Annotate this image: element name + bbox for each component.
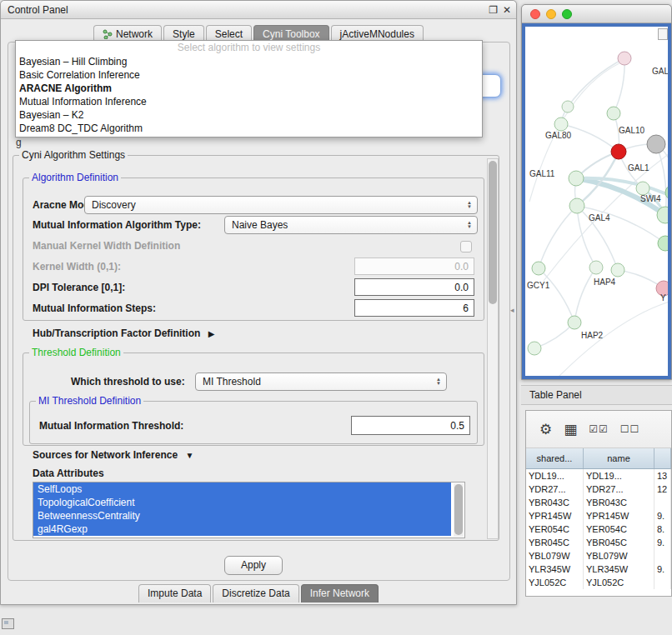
dropdown-item[interactable]: ARACNE Algorithm (16, 82, 482, 95)
network-node[interactable] (607, 107, 620, 120)
network-node[interactable] (589, 261, 603, 274)
dropdown-item[interactable]: Basic Correlation Inference (16, 68, 482, 82)
table-cell[interactable]: YER054C (526, 522, 584, 536)
tab-infer-network[interactable]: Infer Network (301, 584, 379, 602)
zoom-traffic-light[interactable] (562, 9, 572, 19)
minimize-traffic-light[interactable] (546, 9, 556, 19)
table-row[interactable]: YDR27...YDR27...12 (526, 482, 671, 496)
scrollbar-thumb[interactable] (489, 161, 497, 304)
close-icon[interactable]: ✕ (503, 5, 511, 15)
manual-kernel-checkbox[interactable] (460, 241, 472, 252)
select-all-icon[interactable]: ☑☑ (589, 424, 609, 434)
table-cell[interactable]: 13 (654, 469, 671, 483)
column-header[interactable]: shared... (526, 448, 584, 469)
attributes-scrollbar[interactable] (454, 483, 464, 537)
table-cell[interactable]: YDR27... (584, 482, 654, 496)
network-node[interactable] (611, 144, 626, 159)
apply-button[interactable]: Apply (224, 556, 283, 575)
mi-steps-field[interactable] (354, 299, 474, 317)
network-edge[interactable] (574, 268, 596, 322)
network-node[interactable] (618, 52, 631, 65)
table-row[interactable]: YBR045CYBR045C9. (526, 536, 671, 549)
table-cell[interactable]: YER054C (584, 522, 654, 536)
aracne-mode-select[interactable]: Discovery ▲▼ (84, 196, 478, 214)
dpi-tolerance-field[interactable] (354, 278, 474, 296)
network-edge[interactable] (614, 58, 624, 113)
table-cell[interactable] (654, 576, 671, 589)
table-cell[interactable]: YBR045C (584, 536, 654, 549)
table-row[interactable]: YJL052CYJL052C (526, 576, 671, 589)
columns-icon[interactable]: ▦ (564, 422, 577, 437)
float-window-icon[interactable]: ❐ (489, 5, 498, 15)
dropdown-item[interactable]: Bayesian – K2 (16, 108, 482, 122)
network-node[interactable] (568, 316, 581, 329)
network-node[interactable] (636, 182, 649, 195)
table-cell[interactable]: YJL052C (526, 576, 584, 589)
table-row[interactable]: YBR043CYBR043C (526, 496, 671, 509)
table-cell[interactable]: YDL19... (584, 469, 654, 483)
settings-scrollbar[interactable] (487, 158, 499, 539)
column-header[interactable] (654, 448, 671, 469)
table-cell[interactable] (654, 549, 671, 562)
table-cell[interactable]: 9. (654, 509, 671, 522)
table-cell[interactable] (654, 496, 671, 509)
network-node[interactable] (554, 118, 568, 131)
kernel-width-field[interactable] (354, 258, 474, 275)
network-node[interactable] (562, 101, 574, 112)
attribute-item[interactable]: BetweennessCentrality (33, 509, 451, 522)
close-traffic-light[interactable] (530, 9, 540, 19)
network-node[interactable] (569, 198, 584, 213)
table-cell[interactable]: YDR27... (526, 482, 584, 496)
birdseye-toggle[interactable] (658, 28, 668, 40)
table-cell[interactable]: YBL079W (526, 549, 584, 562)
table-cell[interactable]: YBR043C (584, 496, 654, 509)
splitter-handle[interactable]: ◂ (510, 306, 514, 314)
table-cell[interactable]: 9. (654, 562, 671, 576)
table-cell[interactable]: YLR345W (584, 562, 654, 576)
deselect-all-icon[interactable]: ☐☐ (620, 424, 640, 434)
table-row[interactable]: YER054CYER054C8. (526, 522, 671, 536)
table-cell[interactable]: YPR145W (526, 509, 584, 522)
table-cell[interactable]: YBR043C (526, 496, 584, 509)
table-row[interactable]: YLR345WYLR345W9. (526, 562, 671, 576)
attribute-item[interactable]: TopologicalCoefficient (33, 496, 451, 509)
network-edge[interactable] (534, 322, 574, 348)
network-edge[interactable] (577, 206, 665, 243)
table-cell[interactable]: YJL052C (584, 576, 654, 589)
which-threshold-select[interactable]: MI Threshold ▲▼ (195, 372, 447, 391)
network-node[interactable] (532, 262, 545, 275)
attribute-item[interactable]: gal4RGexp (33, 522, 451, 536)
dropdown-item[interactable]: Dream8 DC_TDC Algorithm (16, 122, 482, 135)
table-cell[interactable]: YLR345W (526, 562, 584, 576)
dropdown-item[interactable]: Mutual Information Inference (16, 95, 482, 108)
table-row[interactable]: YDL19...YDL19...13 (526, 469, 671, 483)
hub-section-header[interactable]: Hub/Transcription Factor Definition ▶ (33, 328, 214, 339)
dropdown-item[interactable]: Bayesian – Hill Climbing (16, 55, 482, 68)
gear-icon[interactable]: ⚙ (539, 422, 552, 437)
network-edge[interactable] (539, 268, 574, 322)
table-cell[interactable]: 8. (654, 522, 671, 536)
table-row[interactable]: YBL079WYBL079W (526, 549, 671, 562)
network-node[interactable] (647, 135, 665, 153)
table-cell[interactable]: YDL19... (526, 469, 584, 483)
network-edge[interactable] (539, 206, 577, 268)
table-cell[interactable]: 12 (654, 482, 671, 496)
network-canvas[interactable]: GALGAL80GAL10GAL11GAL1SWI4GAL4GCY1HAP4YH… (522, 23, 671, 379)
tab-impute-data[interactable]: Impute Data (138, 584, 211, 602)
table-row[interactable]: YPR145WYPR145W9. (526, 509, 671, 522)
sources-section-header[interactable]: Sources for Network Inference ▼ (33, 449, 193, 461)
tab-discretize-data[interactable]: Discretize Data (213, 584, 298, 602)
network-node[interactable] (528, 342, 541, 355)
mi-threshold-field[interactable] (351, 416, 470, 435)
network-node[interactable] (657, 207, 669, 223)
column-header[interactable]: name (584, 448, 654, 469)
table-cell[interactable]: YBL079W (584, 549, 654, 562)
table-cell[interactable]: YPR145W (584, 509, 654, 522)
network-node[interactable] (611, 263, 624, 277)
network-node[interactable] (658, 236, 669, 251)
minimized-panel-icon[interactable] (2, 618, 14, 629)
scrollbar-thumb[interactable] (454, 484, 463, 535)
table-cell[interactable]: YBR045C (526, 536, 584, 549)
table-cell[interactable]: 9. (654, 536, 671, 549)
attribute-item[interactable]: SelfLoops (33, 482, 451, 496)
